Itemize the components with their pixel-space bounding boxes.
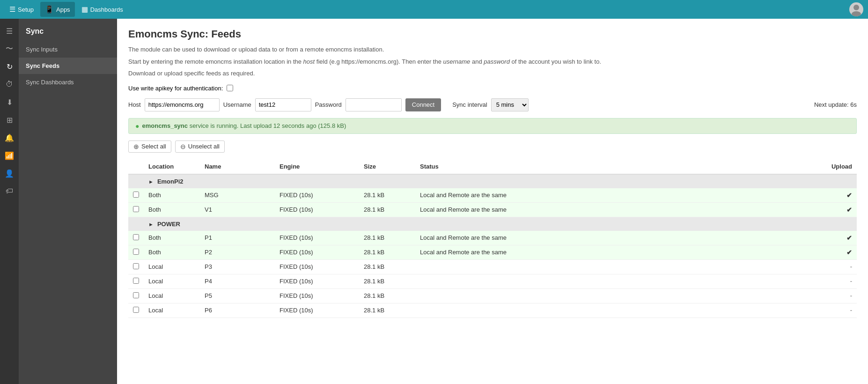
row-upload: ✔: [579, 231, 857, 245]
select-all-icon: ⊕: [133, 143, 139, 150]
sidebar-icon-refresh[interactable]: ↻: [1, 58, 18, 75]
row-checkbox-cell: [128, 259, 144, 274]
row-checkbox[interactable]: [133, 292, 139, 298]
row-checkbox-cell: [128, 231, 144, 245]
desc3: Download or upload specific feeds as req…: [128, 69, 857, 78]
row-upload: -: [579, 259, 857, 274]
connect-button[interactable]: Connect: [405, 98, 441, 111]
row-name: P2: [200, 245, 275, 259]
row-checkbox[interactable]: [133, 206, 139, 212]
dashboards-button[interactable]: ▦ Dashboards: [77, 2, 128, 17]
row-status: Local and Remote are the same: [415, 188, 579, 203]
row-checkbox-cell: [128, 202, 144, 217]
table-row: Local P3 FIXED (10s) 28.1 kB -: [128, 259, 857, 274]
row-checkbox[interactable]: [133, 192, 139, 198]
apps-button[interactable]: 📱 Apps: [40, 2, 75, 17]
setup-icon: ☰: [9, 5, 15, 14]
icon-sidebar: ☰ 〜 ↻ ⏱ ⬇ ⊞ 🔔 📶 👤 🏷: [0, 19, 19, 384]
username-input[interactable]: [255, 98, 311, 111]
main-layout: ☰ 〜 ↻ ⏱ ⬇ ⊞ 🔔 📶 👤 🏷 Sync Sync Inputs Syn…: [0, 19, 868, 384]
sidebar-icon-chart[interactable]: 〜: [1, 40, 18, 57]
row-location: Both: [144, 188, 200, 203]
sidebar-icon-wifi[interactable]: 📶: [1, 147, 18, 164]
host-input[interactable]: [145, 98, 220, 111]
sidebar-icon-list[interactable]: ☰: [1, 22, 18, 39]
row-size: 28.1 kB: [359, 303, 415, 318]
desc2: Start by entering the remote emoncms ins…: [128, 57, 857, 66]
row-checkbox-cell: [128, 188, 144, 203]
table-row: Both MSG FIXED (10s) 28.1 kB Local and R…: [128, 188, 857, 203]
sidebar-icon-table[interactable]: ⊞: [1, 111, 18, 128]
desc2-before: Start by entering the remote emoncms ins…: [128, 58, 303, 65]
sidebar-icon-tag[interactable]: 🏷: [1, 183, 18, 199]
upload-check: ✔: [846, 249, 852, 256]
apikey-label: Use write apikey for authentication:: [128, 85, 223, 92]
user-avatar[interactable]: [849, 2, 863, 16]
group-name: ►EmonPi2: [144, 174, 857, 188]
unselect-all-button[interactable]: ⊖ Unselect all: [175, 140, 225, 153]
th-engine: Engine: [275, 159, 359, 174]
connection-row: Host Username Password Connect Sync inte…: [128, 98, 857, 111]
th-size: Size: [359, 159, 415, 174]
sidebar-icon-bell[interactable]: 🔔: [1, 129, 18, 146]
row-engine: FIXED (10s): [275, 245, 359, 259]
row-status: [415, 288, 579, 303]
sync-interval-select[interactable]: 5 mins 1 min 2 mins 10 mins 15 mins 30 m…: [491, 98, 529, 111]
sidebar-item-sync-dashboards[interactable]: Sync Dashboards: [19, 74, 117, 90]
row-location: Local: [144, 259, 200, 274]
sidebar-item-sync-feeds[interactable]: Sync Feeds: [19, 58, 117, 74]
row-checkbox[interactable]: [133, 263, 139, 269]
upload-check: ✔: [846, 192, 852, 199]
table-row: Local P6 FIXED (10s) 28.1 kB -: [128, 303, 857, 318]
row-checkbox[interactable]: [133, 234, 139, 240]
row-status: [415, 274, 579, 288]
row-upload: ✔: [579, 202, 857, 217]
row-location: Both: [144, 202, 200, 217]
row-engine: FIXED (10s): [275, 231, 359, 245]
row-location: Local: [144, 274, 200, 288]
desc2-mid1: field (e.g https://emoncms.org). Then en…: [315, 58, 443, 65]
row-name: P1: [200, 231, 275, 245]
feeds-table: Location Name Engine Size Status Upload …: [128, 159, 857, 318]
group-header-row: ►EmonPi2: [128, 174, 857, 188]
nav-sidebar: Sync Sync Inputs Sync Feeds Sync Dashboa…: [19, 19, 117, 384]
upload-check: ✔: [846, 206, 852, 214]
sidebar-icon-user[interactable]: 👤: [1, 165, 18, 182]
upload-dash: -: [850, 263, 852, 270]
row-status: Local and Remote are the same: [415, 202, 579, 217]
row-engine: FIXED (10s): [275, 259, 359, 274]
sidebar-icon-clock[interactable]: ⏱: [1, 76, 18, 93]
th-status: Status: [415, 159, 579, 174]
row-checkbox-cell: [128, 303, 144, 318]
table-row: Local P5 FIXED (10s) 28.1 kB -: [128, 288, 857, 303]
status-dot: ●: [135, 122, 139, 130]
row-location: Local: [144, 303, 200, 318]
row-checkbox-cell: [128, 245, 144, 259]
row-size: 28.1 kB: [359, 274, 415, 288]
row-checkbox[interactable]: [133, 278, 139, 284]
password-input[interactable]: [346, 98, 402, 111]
expand-arrow[interactable]: ►: [148, 179, 154, 185]
row-location: Both: [144, 245, 200, 259]
setup-label: Setup: [18, 6, 34, 13]
expand-arrow[interactable]: ►: [148, 222, 154, 227]
status-service: emoncms_sync service is running. Last up…: [142, 122, 346, 129]
apikey-row: Use write apikey for authentication:: [128, 85, 857, 92]
setup-button[interactable]: ☰ Setup: [5, 2, 38, 17]
sidebar-item-sync-inputs[interactable]: Sync Inputs: [19, 41, 117, 58]
sidebar-title: Sync: [19, 22, 117, 41]
apikey-checkbox[interactable]: [227, 85, 233, 91]
sidebar-icon-download[interactable]: ⬇: [1, 94, 18, 111]
row-checkbox[interactable]: [133, 307, 139, 313]
desc2-after: of the account you wish to link to.: [510, 58, 601, 65]
upload-dash: -: [850, 278, 852, 285]
table-row: Both P2 FIXED (10s) 28.1 kB Local and Re…: [128, 245, 857, 259]
row-checkbox[interactable]: [133, 249, 139, 255]
upload-dash: -: [850, 292, 852, 299]
row-upload: -: [579, 288, 857, 303]
row-status: Local and Remote are the same: [415, 231, 579, 245]
select-all-button[interactable]: ⊕ Select all: [128, 140, 171, 153]
group-header-row: ►POWER: [128, 217, 857, 231]
upload-check: ✔: [846, 234, 852, 242]
row-status: [415, 303, 579, 318]
